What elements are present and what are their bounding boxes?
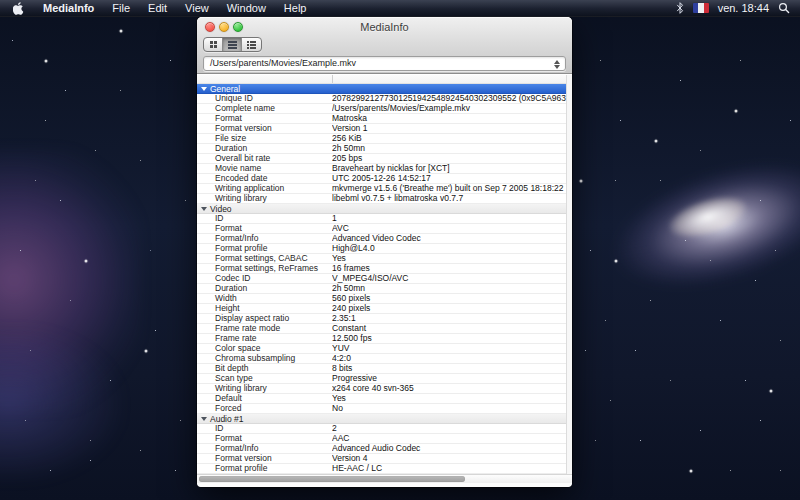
apple-menu[interactable]: [0, 0, 34, 16]
horizontal-scrollbar[interactable]: [197, 474, 572, 483]
property-name: Frame rate: [197, 334, 332, 343]
table-row[interactable]: Writing librarylibebml v0.7.5 + libmatro…: [197, 194, 566, 204]
table-row[interactable]: ID1: [197, 214, 566, 224]
disclosure-triangle-icon[interactable]: [201, 87, 207, 91]
property-value: Version 1: [332, 124, 566, 133]
table-row[interactable]: Frame rate modeConstant: [197, 324, 566, 334]
table-row[interactable]: Duration2h 50mn: [197, 144, 566, 154]
table-row[interactable]: Writing libraryx264 core 40 svn-365: [197, 384, 566, 394]
property-value: Braveheart by nicklas for [XCT]: [332, 164, 566, 173]
property-name: Format: [197, 224, 332, 233]
grid-view-icon: [210, 41, 217, 48]
title-bar[interactable]: MediaInfo: [197, 17, 572, 37]
table-row[interactable]: FormatAAC: [197, 434, 566, 444]
menu-item-file[interactable]: File: [103, 0, 139, 17]
vertical-scrollbar[interactable]: [566, 75, 572, 474]
property-value: No: [332, 404, 566, 413]
property-value: x264 core 40 svn-365: [332, 384, 566, 393]
file-selector-dropdown[interactable]: /Users/parents/Movies/Example.mkv: [203, 56, 566, 71]
property-value: 1: [332, 214, 566, 223]
property-name: Format version: [197, 454, 332, 463]
wallpaper-nebula: [0, 330, 120, 480]
table-row[interactable]: Format settings, CABACYes: [197, 254, 566, 264]
window-title: MediaInfo: [197, 21, 572, 33]
disclosure-triangle-icon[interactable]: [201, 417, 207, 421]
spotlight-search-icon[interactable]: [778, 2, 790, 14]
table-row[interactable]: Overall bit rate205 bps: [197, 154, 566, 164]
table-row[interactable]: ID2: [197, 424, 566, 434]
view-mode-grid-button[interactable]: [204, 38, 223, 51]
table-row[interactable]: DefaultYes: [197, 394, 566, 404]
property-name: Bit depth: [197, 364, 332, 373]
property-name: Format settings, ReFrames: [197, 264, 332, 273]
table-row[interactable]: Format versionVersion 1: [197, 124, 566, 134]
property-value: 2h 50mn: [332, 284, 566, 293]
table-row[interactable]: Encoded dateUTC 2005-12-26 14:52:17: [197, 174, 566, 184]
table-row[interactable]: Color spaceYUV: [197, 344, 566, 354]
property-name: Width: [197, 294, 332, 303]
table-row[interactable]: Format profileHE-AAC / LC: [197, 464, 566, 474]
table-row[interactable]: Format/InfoAdvanced Video Codec: [197, 234, 566, 244]
property-value: Constant: [332, 324, 566, 333]
table-row[interactable]: File size256 KiB: [197, 134, 566, 144]
property-value: 12.500 fps: [332, 334, 566, 343]
table-row[interactable]: Frame rate12.500 fps: [197, 334, 566, 344]
property-name: Encoded date: [197, 174, 332, 183]
menu-bar-clock[interactable]: ven. 18:44: [718, 2, 769, 14]
table-row[interactable]: Complete name/Users/parents/Movies/Examp…: [197, 104, 566, 114]
table-row[interactable]: Height240 pixels: [197, 304, 566, 314]
property-name: Default: [197, 394, 332, 403]
table-row[interactable]: Width560 pixels: [197, 294, 566, 304]
table-row[interactable]: FormatMatroska: [197, 114, 566, 124]
property-name: Display aspect ratio: [197, 314, 332, 323]
property-name: Color space: [197, 344, 332, 353]
input-language-flag-icon[interactable]: [693, 3, 709, 13]
property-name: Height: [197, 304, 332, 313]
property-value: mkvmerge v1.5.6 ('Breathe me') built on …: [332, 184, 566, 193]
table-row[interactable]: Format settings, ReFrames16 frames: [197, 264, 566, 274]
table-row[interactable]: Format/InfoAdvanced Audio Codec: [197, 444, 566, 454]
property-value: 240 pixels: [332, 304, 566, 313]
table-row[interactable]: Bit depth8 bits: [197, 364, 566, 374]
menu-item-view[interactable]: View: [176, 0, 218, 17]
horizontal-scrollbar-thumb[interactable]: [199, 476, 465, 482]
table-row[interactable]: Unique ID2078299212773012519425489245403…: [197, 94, 566, 104]
table-row[interactable]: Writing applicationmkvmerge v1.5.6 ('Bre…: [197, 184, 566, 194]
section-header-video[interactable]: Video: [197, 204, 566, 214]
menu-item-help[interactable]: Help: [275, 0, 316, 17]
table-row[interactable]: Scan typeProgressive: [197, 374, 566, 384]
property-value: Yes: [332, 394, 566, 403]
table-row[interactable]: ForcedNo: [197, 404, 566, 414]
property-name: Writing application: [197, 184, 332, 193]
table-row[interactable]: Duration2h 50mn: [197, 284, 566, 294]
table-row[interactable]: Movie nameBraveheart by nicklas for [XCT…: [197, 164, 566, 174]
section-header-general[interactable]: General: [197, 84, 566, 94]
section-title: General: [210, 84, 240, 94]
detail-view-icon: [247, 41, 256, 49]
menu-item-edit[interactable]: Edit: [139, 0, 176, 17]
property-value: 2.35:1: [332, 314, 566, 323]
property-name: Overall bit rate: [197, 154, 332, 163]
property-name: Writing library: [197, 194, 332, 203]
property-value: 8 bits: [332, 364, 566, 373]
view-mode-list-button[interactable]: [223, 38, 242, 51]
bluetooth-icon[interactable]: [676, 2, 684, 14]
menu-item-app[interactable]: MediaInfo: [34, 0, 103, 17]
table-row[interactable]: Format profileHigh@L4.0: [197, 244, 566, 254]
view-mode-detail-button[interactable]: [242, 38, 261, 51]
table-row[interactable]: Display aspect ratio2.35:1: [197, 314, 566, 324]
table-row[interactable]: Chroma subsampling4:2:0: [197, 354, 566, 364]
section-header-audio-1[interactable]: Audio #1: [197, 414, 566, 424]
property-name: Chroma subsampling: [197, 354, 332, 363]
property-value: libebml v0.7.5 + libmatroska v0.7.7: [332, 194, 566, 203]
table-row[interactable]: FormatAVC: [197, 224, 566, 234]
table-row[interactable]: Codec IDV_MPEG4/ISO/AVC: [197, 274, 566, 284]
table-row[interactable]: Format versionVersion 4: [197, 454, 566, 464]
menu-item-window[interactable]: Window: [218, 0, 275, 17]
property-name: File size: [197, 134, 332, 143]
property-name: Format/Info: [197, 444, 332, 453]
property-name: Duration: [197, 144, 332, 153]
disclosure-triangle-icon[interactable]: [201, 207, 207, 211]
property-value: Version 4: [332, 454, 566, 463]
property-name: Format profile: [197, 464, 332, 473]
